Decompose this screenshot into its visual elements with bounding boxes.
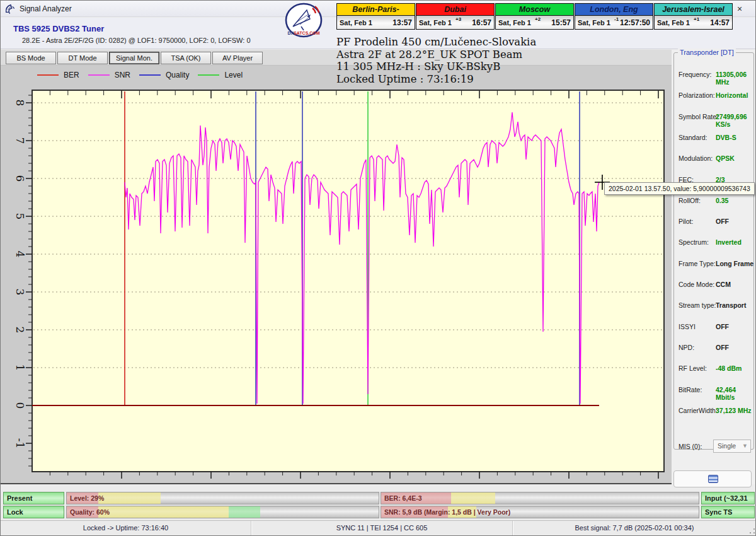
station-info-line-1: Astra 2F at 28.2°E_UK SPOT Beam: [336, 49, 536, 61]
station-info-line-0: PF Prodelin 450 cm/Lučenec-Slovakia: [336, 36, 536, 49]
transponder-row-bitrate-: BitRate: 42,464 Mbit/s: [674, 380, 755, 400]
statusbar-section-0: Locked -> Uptime: 73:16:40: [1, 521, 251, 536]
row-label: Frequency:: [679, 71, 712, 78]
row-label: Symbol Rate:: [679, 113, 718, 120]
station-info-line-3: Locked Uptime : 73:16:19: [336, 73, 536, 86]
signal-analyzer-window: Signal Analyzer × TBS 5925 DVBS2 Tuner 2…: [0, 0, 756, 536]
clock-date: Sat, Feb 1: [498, 19, 531, 26]
mode-button-bs-mode[interactable]: BS Mode: [6, 52, 56, 64]
dxsatcs-logo: DXSATCS.COM: [284, 3, 323, 39]
row-label: Spectrum:: [679, 238, 709, 246]
bar-text: BER: 6,4E-3: [384, 492, 422, 504]
row-label: CarrierWidth:: [679, 407, 718, 414]
plot-area[interactable]: [32, 90, 664, 472]
clock-time-row: Sat, Feb 1 +3 16:57: [416, 16, 494, 29]
y-axis-label-3: 3: [14, 289, 26, 296]
row-value: 11305,006 MHz: [716, 71, 755, 86]
transponder-row-npd-: NPD: OFF: [674, 337, 755, 358]
row-value: OFF: [716, 323, 729, 330]
row-label: RF Level:: [679, 364, 707, 372]
transponder-row-carrierwidth-: CarrierWidth: 37,123 MHz: [674, 400, 755, 421]
clock-3[interactable]: London, Eng Sat, Feb 1 -1 12:57:50: [575, 3, 653, 30]
clock-date: Sat, Feb 1: [419, 19, 452, 26]
ber-bar: BER: 6,4E-3: [381, 492, 699, 504]
mode-button-tsa-ok-[interactable]: TSA (OK): [161, 52, 211, 64]
row-value: Inverted: [716, 238, 742, 246]
transponder-row-spectrum-: Spectrum: Inverted: [674, 232, 755, 253]
y-axis-label-6: 6: [14, 175, 26, 182]
row-value: 0.35: [716, 197, 728, 204]
row-value: 37,123 MHz: [716, 407, 752, 414]
clock-city: Moscow: [496, 4, 573, 16]
clock-time: 15:57: [551, 18, 571, 27]
transponder-groupbox: Transponder [DT] Frequency: 11305,006 MH…: [673, 52, 754, 450]
mis-label: MIS (0):: [679, 443, 702, 450]
clock-0[interactable]: Berlin-Paris-Lučenec Sat, Feb 1 13:57: [336, 3, 415, 30]
y-axis-label-7: 7: [14, 137, 26, 144]
mis-row: MIS (0): Single ▼: [674, 436, 755, 457]
y-axis-label-8: 8: [14, 100, 26, 107]
y-axis-label-0: 0: [14, 402, 26, 409]
signal-chart-panel: BER SNR Quality Level 876543210-1: [1, 66, 672, 484]
ts-tool-button[interactable]: [673, 470, 752, 487]
row-value: OFF: [716, 218, 729, 225]
clock-city: Dubai: [416, 4, 494, 16]
clock-utc-offset: +1: [694, 16, 699, 22]
present-badge: Present: [3, 492, 64, 504]
bar-segment: [451, 492, 496, 504]
statusbar-section-1: SYNC 11 | TEI 1254 | CC 605: [251, 521, 513, 536]
chart-tooltip: 2025-02-01 13.57.50, value: 5,9000000953…: [604, 182, 755, 195]
mis-dropdown[interactable]: Single ▼: [713, 440, 751, 453]
row-label: BitRate:: [679, 386, 702, 393]
row-label: NPD:: [679, 344, 694, 351]
transponder-row-standard-: Standard: DVB-S: [674, 127, 755, 148]
row-value: CCM: [716, 281, 731, 288]
sync-ts-badge: Sync TS: [701, 506, 755, 518]
bar-segment: [98, 492, 161, 504]
transponder-row-polarization-: Polarization: Horizontal: [674, 85, 755, 106]
y-axis-label-2: 2: [14, 327, 26, 334]
clock-4[interactable]: Jerusalem-Israel Sat, Feb 1 +1 14:57: [654, 3, 733, 30]
clock-1[interactable]: Dubai Sat, Feb 1 +3 16:57: [416, 3, 495, 30]
bar-text: Level: 29%: [70, 492, 104, 504]
bar-text: Quality: 60%: [70, 506, 110, 518]
y-axis-label-5: 5: [14, 213, 26, 220]
transponder-row-modulation-: Modulation: QPSK: [674, 148, 755, 169]
mis-value: Single: [718, 442, 736, 450]
tuner-details: 28.2E - Astra 2E/2F/2G (ID: 0282) @ LOF1…: [22, 37, 251, 44]
clock-2[interactable]: Moscow Sat, Feb 1 +2 15:57: [495, 3, 574, 30]
quality-bar: Quality: 60%: [66, 506, 379, 518]
clock-time: 16:57: [472, 18, 491, 27]
clock-time: 12:57:50: [620, 18, 650, 27]
tuner-name: TBS 5925 DVBS2 Tuner: [13, 24, 104, 33]
level-bar: Level: 29%: [66, 492, 379, 504]
clock-utc-offset: -1: [614, 16, 619, 22]
transponder-row-stream-type-: Stream type: Transport: [674, 295, 755, 316]
transponder-row-issyi: ISSYI OFF: [674, 317, 755, 337]
row-label: ISSYI: [679, 323, 696, 330]
station-info-block: PF Prodelin 450 cm/Lučenec-SlovakiaAstra…: [336, 36, 536, 85]
clock-date: Sat, Feb 1: [340, 19, 372, 26]
clock-utc-offset: +3: [455, 16, 461, 22]
clock-time: 13:57: [392, 18, 412, 27]
transponder-title: Transponder [DT]: [678, 49, 736, 56]
mode-button-av-player[interactable]: AV Player: [212, 52, 263, 64]
row-label: Pilot:: [679, 218, 693, 225]
clock-time-row: Sat, Feb 1 +1 14:57: [655, 16, 732, 29]
row-value: -48 dBm: [716, 364, 742, 372]
snr-bar: SNR: 5,9 dB (Margin: 1,5 dB | Very Poor): [381, 506, 699, 518]
transponder-column: Transponder [DT] Frequency: 11305,006 MH…: [672, 49, 756, 484]
row-label: RollOff:: [679, 197, 701, 204]
clock-city: London, Eng: [575, 4, 653, 16]
row-value: DVB-S: [716, 134, 736, 141]
mode-button-signal-mon-[interactable]: Signal Mon.: [109, 52, 159, 64]
window-title: Signal Analyzer: [20, 4, 72, 13]
clock-time: 14:57: [710, 18, 730, 27]
row-value: 27499,696 KS/s: [716, 113, 755, 128]
signal-plot[interactable]: 876543210-1: [1, 66, 672, 484]
clock-time-row: Sat, Feb 1 13:57: [337, 16, 415, 29]
clock-date: Sat, Feb 1: [578, 19, 610, 26]
mode-button-dt-mode[interactable]: DT Mode: [57, 52, 108, 64]
svg-text:DXSATCS.COM: DXSATCS.COM: [287, 31, 319, 35]
row-value: OFF: [716, 344, 729, 351]
